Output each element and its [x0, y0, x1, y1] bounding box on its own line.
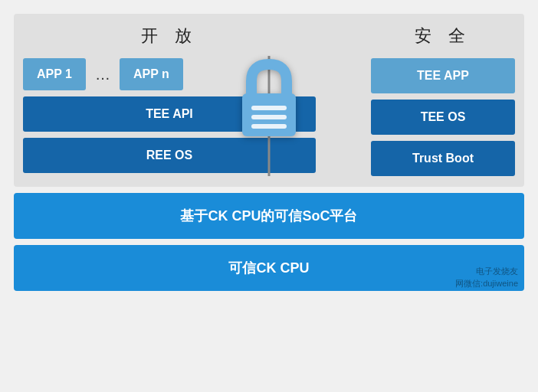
- left-panel: 开 放 APP 1 … APP n TEE API REE OS: [23, 24, 362, 176]
- watermark: 电子发烧友 网微信:dujiweine: [455, 266, 518, 289]
- watermark-line1: 电子发烧友: [476, 266, 518, 276]
- tee-os-bar: TEE OS: [371, 100, 515, 135]
- lock-overlay: [235, 58, 303, 142]
- svg-rect-1: [251, 106, 287, 110]
- cpu-bar: 可信CK CPU: [14, 245, 524, 291]
- soc-platform-bar: 基于CK CPU的可信SoC平台: [14, 193, 524, 239]
- top-section: 开 放 APP 1 … APP n TEE API REE OS: [14, 14, 524, 187]
- lock-icon: [235, 58, 303, 142]
- right-panel-title: 安 全: [371, 24, 515, 47]
- ree-os-bar: REE OS: [23, 138, 316, 173]
- app-dots: …: [92, 66, 113, 83]
- svg-rect-2: [251, 115, 287, 119]
- watermark-line2: 网微信:dujiweine: [455, 279, 518, 288]
- appn-box: APP n: [120, 58, 183, 90]
- svg-rect-3: [251, 124, 287, 129]
- right-panel: 安 全 TEE APP TEE OS Trust Boot: [362, 24, 515, 176]
- cpu-section: 可信CK CPU 电子发烧友 网微信:dujiweine: [14, 245, 524, 291]
- trust-boot-bar: Trust Boot: [371, 141, 515, 176]
- diagram-container: 开 放 APP 1 … APP n TEE API REE OS: [14, 14, 524, 291]
- left-panel-title: 开 放: [23, 24, 316, 47]
- tee-app-bar: TEE APP: [371, 58, 515, 93]
- app1-box: APP 1: [23, 58, 86, 90]
